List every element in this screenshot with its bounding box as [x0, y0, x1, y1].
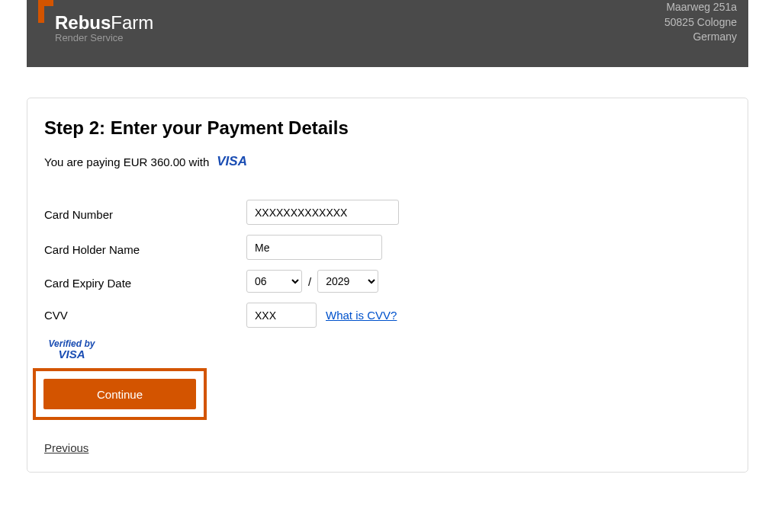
expiry-year-select[interactable]: 2029	[317, 270, 378, 293]
card-holder-input[interactable]	[246, 235, 382, 260]
step-title: Step 2: Enter your Payment Details	[44, 117, 731, 139]
cvv-help-link[interactable]: What is CVV?	[326, 309, 397, 322]
card-holder-label: Card Holder Name	[44, 239, 246, 256]
logo-mark-icon	[38, 0, 53, 23]
payment-panel: Step 2: Enter your Payment Details You a…	[27, 98, 748, 473]
previous-link[interactable]: Previous	[44, 441, 88, 454]
cvv-input[interactable]	[246, 303, 317, 328]
expiry-month-select[interactable]: 06	[246, 270, 302, 293]
logo-tagline: Render Service	[55, 32, 153, 43]
company-address: Maarweg 251a 50825 Cologne Germany	[664, 0, 737, 45]
expiry-separator: /	[308, 275, 311, 288]
card-number-input[interactable]	[246, 200, 399, 225]
header: RebusFarm Render Service Maarweg 251a 50…	[27, 0, 748, 67]
paying-info: You are paying EUR 360.00 with VISA	[44, 154, 731, 169]
payment-form: Card Number Card Holder Name Card Expiry…	[44, 200, 731, 328]
cvv-label: CVV	[44, 309, 246, 322]
visa-logo-icon: VISA	[217, 154, 247, 169]
logo-text: RebusFarm	[55, 14, 153, 32]
logo: RebusFarm Render Service	[38, 0, 153, 43]
continue-highlight: Continue	[33, 368, 207, 420]
card-expiry-label: Card Expiry Date	[44, 273, 246, 290]
verified-by-visa-icon: Verified by VISA	[44, 338, 99, 361]
card-number-label: Card Number	[44, 204, 246, 221]
continue-button[interactable]: Continue	[43, 379, 196, 409]
